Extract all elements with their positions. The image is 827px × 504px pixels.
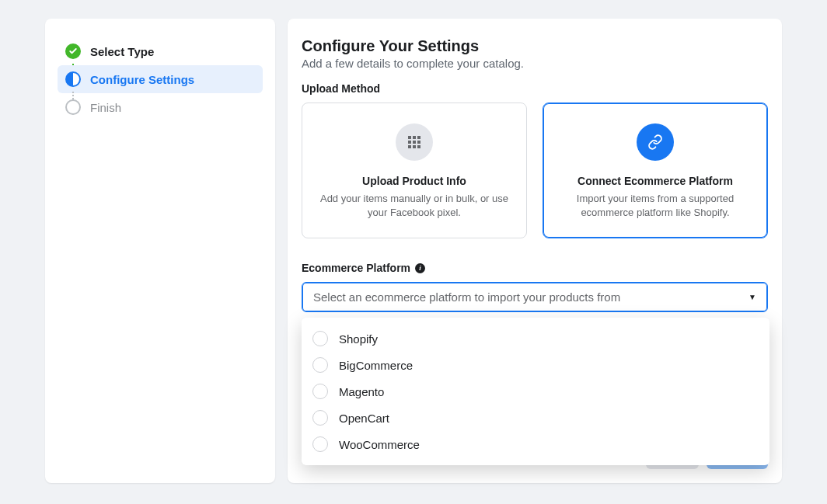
option-opencart[interactable]: OpenCart — [302, 405, 769, 431]
step-label: Configure Settings — [90, 73, 194, 86]
option-label: BigCommerce — [339, 359, 413, 372]
card-desc: Import your items from a supported ecomm… — [556, 192, 755, 219]
option-woocommerce[interactable]: WooCommerce — [302, 431, 769, 457]
card-title: Connect Ecommerce Platform — [556, 175, 755, 187]
step-configure-settings[interactable]: Configure Settings — [58, 65, 263, 93]
svg-rect-1 — [413, 136, 416, 139]
platform-dropdown: Shopify BigCommerce Magento OpenCart Woo… — [302, 318, 769, 465]
svg-rect-7 — [413, 145, 416, 148]
svg-rect-6 — [408, 145, 411, 148]
chevron-down-icon: ▼ — [748, 293, 756, 301]
svg-rect-8 — [417, 145, 420, 148]
step-finish[interactable]: Finish — [58, 93, 263, 121]
card-connect-ecommerce[interactable]: Connect Ecommerce Platform Import your i… — [543, 103, 768, 238]
check-icon — [65, 43, 81, 59]
ecommerce-platform-label-text: Ecommerce Platform — [302, 262, 410, 274]
page-subtitle: Add a few details to complete your catal… — [302, 57, 768, 70]
wizard-sidebar: Select Type Configure Settings Finish — [45, 19, 275, 483]
ecommerce-platform-label: Ecommerce Platform i — [302, 262, 768, 274]
half-circle-icon — [65, 71, 81, 87]
option-label: Shopify — [339, 332, 378, 346]
option-label: WooCommerce — [339, 438, 420, 451]
option-shopify[interactable]: Shopify — [302, 325, 769, 352]
svg-rect-0 — [408, 136, 411, 139]
platform-select[interactable]: Select an ecommerce platform to import y… — [302, 282, 768, 312]
main-panel: Configure Your Settings Add a few detail… — [288, 19, 782, 483]
platform-select-placeholder: Select an ecommerce platform to import y… — [313, 290, 620, 304]
step-select-type[interactable]: Select Type — [58, 37, 263, 65]
radio-icon — [312, 331, 328, 346]
upload-method-cards: Upload Product Info Add your items manua… — [302, 103, 768, 238]
link-icon — [637, 123, 674, 161]
option-bigcommerce[interactable]: BigCommerce — [302, 352, 769, 378]
radio-icon — [312, 436, 328, 452]
platform-select-wrap: Select an ecommerce platform to import y… — [302, 282, 768, 312]
radio-icon — [312, 384, 328, 399]
svg-rect-4 — [413, 141, 416, 144]
info-icon[interactable]: i — [415, 263, 425, 273]
card-upload-product-info[interactable]: Upload Product Info Add your items manua… — [302, 103, 527, 238]
upload-method-label: Upload Method — [302, 82, 768, 95]
option-label: Magento — [339, 385, 384, 398]
radio-icon — [312, 410, 328, 426]
svg-rect-3 — [408, 141, 411, 144]
card-title: Upload Product Info — [315, 175, 514, 187]
step-label: Finish — [90, 101, 121, 114]
empty-circle-icon — [65, 99, 81, 115]
svg-rect-5 — [417, 141, 420, 144]
grid-icon — [396, 123, 433, 161]
svg-rect-2 — [417, 136, 420, 139]
option-magento[interactable]: Magento — [302, 378, 769, 405]
page-title: Configure Your Settings — [302, 37, 768, 55]
card-desc: Add your items manually or in bulk, or u… — [315, 192, 514, 219]
step-label: Select Type — [90, 45, 154, 58]
option-label: OpenCart — [339, 412, 389, 425]
radio-icon — [312, 357, 328, 373]
